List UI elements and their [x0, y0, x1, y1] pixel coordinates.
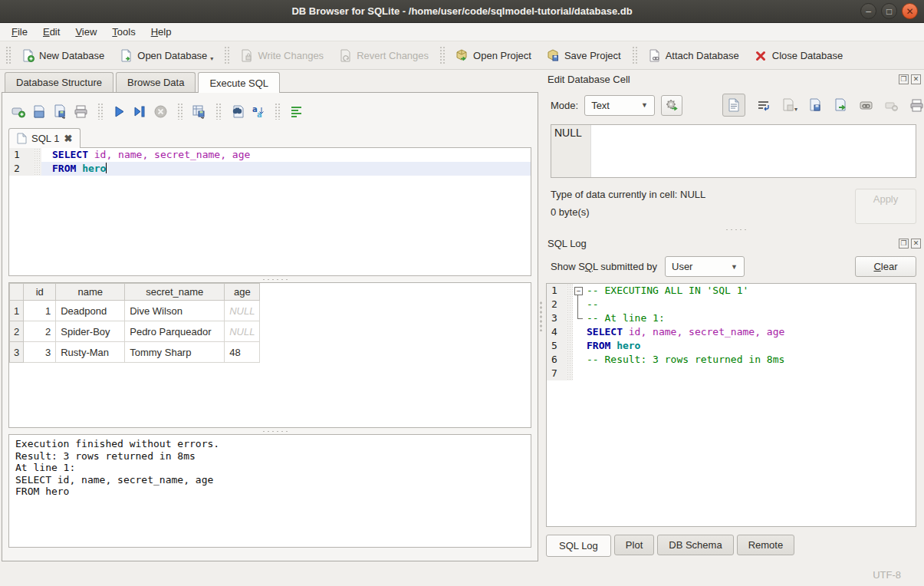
open-project-button[interactable]: Open Project — [448, 44, 539, 67]
results-message-splitter[interactable] — [8, 428, 531, 434]
main-vertical-splitter[interactable] — [538, 71, 544, 561]
log-line[interactable]: 2-- — [547, 298, 916, 311]
row-header[interactable]: 2 — [10, 321, 24, 342]
execute-sql-panel: aa SQL 1 ✖ 1SELECT id, name, secret_name… — [2, 92, 538, 561]
clear-button[interactable]: Clear — [855, 256, 916, 277]
editor-line[interactable]: 1SELECT id, name, secret_name, age — [9, 148, 531, 162]
mode-combobox[interactable]: Text ▼ — [584, 95, 655, 116]
log-line[interactable]: 4SELECT id, name, secret_name, age — [547, 325, 916, 339]
print-icon[interactable] — [74, 104, 88, 119]
table-cell[interactable]: 3 — [24, 342, 56, 363]
import-cell-icon[interactable] — [808, 98, 823, 113]
menu-tools[interactable]: Tools — [105, 25, 142, 39]
execute-all-icon[interactable] — [112, 104, 127, 119]
close-dock-icon[interactable]: ✕ — [911, 74, 921, 84]
log-line[interactable]: 1-- EXECUTING ALL IN 'SQL 1' — [547, 284, 916, 298]
minimize-button[interactable]: – — [860, 3, 876, 19]
menu-file[interactable]: File — [5, 25, 35, 39]
save-project-button[interactable]: Save Project — [539, 44, 629, 67]
attach-database-icon — [648, 49, 661, 62]
execute-line-icon[interactable] — [133, 104, 147, 119]
table-cell[interactable]: Dive Wilson — [125, 301, 225, 321]
status-bar: UTF-8 — [0, 565, 924, 586]
close-database-button[interactable]: Close Database — [747, 44, 851, 67]
open-sql-icon[interactable] — [32, 104, 47, 119]
column-header-secret_name[interactable]: secret_name — [125, 284, 225, 301]
tab-remote[interactable]: Remote — [737, 535, 795, 555]
maximize-button[interactable]: □ — [881, 3, 897, 19]
editor-results-splitter[interactable] — [8, 276, 531, 282]
save-results-icon[interactable] — [192, 104, 206, 119]
grid-corner[interactable] — [10, 284, 24, 301]
dock-splitter[interactable] — [544, 224, 924, 235]
open-database-button[interactable]: Open Database ▾ — [112, 44, 221, 67]
toggle-comment-icon[interactable] — [289, 104, 304, 119]
table-cell[interactable]: Rusty-Man — [56, 342, 125, 363]
new-database-icon — [21, 49, 35, 62]
tab-database-structure[interactable]: Database Structure — [5, 72, 113, 92]
attach-database-button[interactable]: Attach Database — [640, 44, 747, 67]
sql-editor[interactable]: 1SELECT id, name, secret_name, age2FROM … — [8, 147, 531, 276]
write-changes-button: Write Changes — [232, 44, 331, 67]
text-mode-button[interactable] — [722, 94, 745, 117]
cell-editor-toolbar: ▾ — [722, 94, 924, 117]
table-cell[interactable]: 48 — [225, 342, 260, 363]
print-cell-icon[interactable] — [909, 98, 924, 113]
float-dock-icon[interactable]: ❐ — [899, 74, 909, 84]
close-sql-tab-icon[interactable]: ✖ — [64, 133, 72, 144]
row-header[interactable]: 1 — [10, 301, 24, 321]
cell-value-editor[interactable]: NULL — [551, 124, 916, 178]
fold-marker-icon[interactable] — [573, 284, 585, 298]
new-tab-icon[interactable] — [12, 104, 26, 119]
table-cell[interactable]: Deadpond — [56, 301, 125, 321]
close-button[interactable]: ✕ — [902, 3, 918, 19]
mode-value: Text — [591, 100, 610, 111]
tab-sql-log[interactable]: SQL Log — [546, 535, 611, 557]
log-line[interactable]: 7 — [547, 367, 916, 380]
tab-browse-data[interactable]: Browse Data — [116, 72, 196, 92]
menu-view[interactable]: View — [68, 25, 104, 39]
table-cell[interactable]: NULL — [225, 321, 260, 342]
table-cell[interactable]: 2 — [24, 321, 56, 342]
sql-log-view[interactable]: 1-- EXECUTING ALL IN 'SQL 1'2--3-- At li… — [546, 283, 916, 527]
toolbar-drag-handle[interactable] — [5, 46, 12, 64]
menu-help[interactable]: Help — [144, 25, 179, 39]
fold-column — [573, 353, 585, 367]
table-cell[interactable]: NULL — [225, 301, 260, 321]
table-cell[interactable]: 1 — [24, 301, 56, 321]
tab-execute-sql[interactable]: Execute SQL — [198, 72, 280, 93]
tab-plot[interactable]: Plot — [614, 535, 654, 555]
log-line[interactable]: 3-- At line 1: — [547, 311, 916, 325]
new-database-button[interactable]: New Database — [14, 44, 112, 67]
row-header[interactable]: 3 — [10, 342, 24, 363]
sql-doc-tab[interactable]: SQL 1 ✖ — [8, 128, 81, 148]
float-dock-icon[interactable]: ❐ — [899, 239, 909, 249]
log-line[interactable]: 6-- Result: 3 rows returned in 8ms — [547, 353, 916, 367]
link-data-icon[interactable] — [859, 98, 873, 113]
dock-tab-bar: SQL Log Plot DB Schema Remote — [546, 535, 924, 557]
cell-text-area[interactable] — [591, 125, 916, 177]
submitter-combobox[interactable]: User ▼ — [665, 256, 745, 277]
encoding-indicator[interactable]: UTF-8 — [873, 569, 901, 581]
export-cell-icon[interactable] — [834, 98, 848, 113]
fold-margin — [567, 339, 573, 353]
format-sql-icon[interactable]: aa — [251, 104, 265, 119]
table-cell[interactable]: Pedro Parqueador — [125, 321, 225, 342]
word-wrap-icon[interactable] — [756, 98, 771, 113]
find-replace-icon[interactable] — [230, 104, 245, 119]
menu-edit[interactable]: Edit — [36, 25, 67, 39]
table-cell[interactable]: Tommy Sharp — [125, 342, 225, 363]
execution-message-box[interactable]: Execution finished without errors. Resul… — [8, 434, 531, 548]
column-header-name[interactable]: name — [56, 284, 125, 301]
auto-switch-mode-button[interactable] — [661, 95, 682, 116]
close-dock-icon[interactable]: ✕ — [911, 239, 921, 249]
table-cell[interactable]: Spider-Boy — [56, 321, 125, 342]
column-header-id[interactable]: id — [24, 284, 56, 301]
editor-line[interactable]: 2FROM hero — [9, 162, 531, 176]
log-line[interactable]: 5FROM hero — [547, 339, 916, 353]
tab-db-schema[interactable]: DB Schema — [657, 535, 733, 555]
code-text: -- EXECUTING ALL IN 'SQL 1' — [585, 284, 916, 298]
save-sql-icon[interactable] — [53, 104, 67, 119]
open-database-dropdown-icon[interactable]: ▾ — [210, 55, 213, 62]
column-header-age[interactable]: age — [225, 284, 260, 301]
